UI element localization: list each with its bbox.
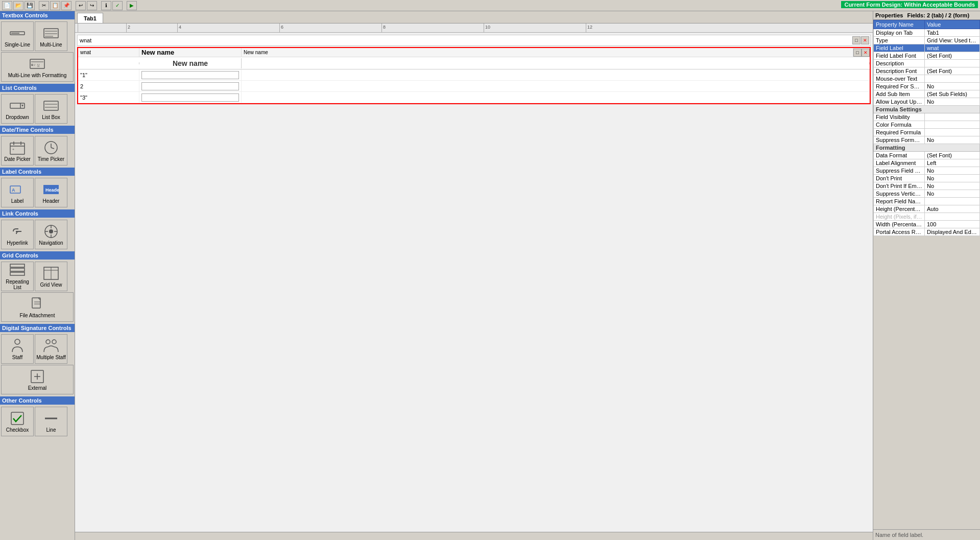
props-value-1[interactable]: Grid View: Used to e... bbox=[925, 37, 980, 44]
props-value-11[interactable] bbox=[925, 113, 980, 121]
props-row-10[interactable]: Formula Settings bbox=[874, 106, 980, 113]
props-value-24[interactable] bbox=[925, 213, 980, 221]
toolbar-check-btn[interactable]: ✓ bbox=[112, 1, 123, 10]
props-value-2[interactable]: wnat bbox=[925, 44, 980, 52]
control-single-line[interactable]: Single-Line bbox=[1, 21, 34, 51]
props-row-26[interactable]: Portal Access RightsDisplayed And Editab… bbox=[874, 228, 980, 236]
props-value-16[interactable]: (Set Font) bbox=[925, 152, 980, 159]
control-header[interactable]: Header Header bbox=[35, 178, 67, 207]
props-value-20[interactable]: No bbox=[925, 182, 980, 190]
control-grid-view[interactable]: Grid View bbox=[35, 262, 67, 291]
toolbar-open-btn[interactable]: 📂 bbox=[13, 1, 23, 10]
toolbar-run-btn[interactable]: ▶ bbox=[127, 1, 137, 10]
props-row-19[interactable]: Don't PrintNo bbox=[874, 175, 980, 182]
control-repeating-list[interactable]: Repeating List bbox=[1, 262, 34, 291]
props-value-7[interactable]: No bbox=[925, 83, 980, 90]
props-value-9[interactable]: No bbox=[925, 98, 980, 106]
props-value-12[interactable] bbox=[925, 121, 980, 129]
bottom-scrollbar[interactable] bbox=[75, 532, 873, 540]
control-multi-line-format[interactable]: B I U Multi-Line with Formatting bbox=[1, 52, 74, 82]
props-row-7[interactable]: Required For SaveNo bbox=[874, 83, 980, 90]
props-value-5[interactable]: (Set Font) bbox=[925, 67, 980, 75]
props-row-18[interactable]: Suppress Field LabelNo bbox=[874, 167, 980, 175]
control-list-box[interactable]: List Box bbox=[35, 94, 67, 124]
props-row-17[interactable]: Label AlignmentLeft bbox=[874, 159, 980, 167]
toolbar-redo-btn[interactable]: ↪ bbox=[87, 1, 97, 10]
props-row-8[interactable]: Add Sub Item(Set Sub Fields) bbox=[874, 90, 980, 98]
props-row-12[interactable]: Color Formula bbox=[874, 121, 980, 129]
toolbar-info-btn[interactable]: ℹ bbox=[101, 1, 111, 10]
props-row-23[interactable]: Height (Percentage)Auto bbox=[874, 205, 980, 213]
control-multi-line[interactable]: Multi-Line bbox=[35, 21, 67, 51]
grid-row-0-input[interactable] bbox=[141, 71, 239, 79]
form-outer-maximize-btn[interactable]: □ bbox=[852, 36, 861, 44]
control-staff[interactable]: Staff bbox=[1, 334, 34, 364]
tab-tab1[interactable]: Tab1 bbox=[77, 13, 103, 23]
props-row-21[interactable]: Suppress Vertical Spac...No bbox=[874, 190, 980, 198]
toolbar-copy-btn[interactable]: 📋 bbox=[50, 1, 60, 10]
props-row-1[interactable]: TypeGrid View: Used to e... bbox=[874, 37, 980, 44]
props-row-6[interactable]: Mouse-over Text bbox=[874, 75, 980, 83]
control-label[interactable]: A Label bbox=[1, 178, 34, 207]
props-value-26[interactable]: Displayed And Editable bbox=[925, 228, 980, 236]
props-row-22[interactable]: Report Field Name bbox=[874, 198, 980, 205]
props-value-13[interactable] bbox=[925, 129, 980, 136]
toolbar-cut-btn[interactable]: ✂ bbox=[39, 1, 49, 10]
grid-row-2-input[interactable] bbox=[141, 93, 239, 102]
control-time-picker[interactable]: Time Picker bbox=[35, 136, 67, 166]
control-hyperlink[interactable]: Hyperlink bbox=[1, 220, 34, 249]
grid-row-1-input[interactable] bbox=[141, 82, 239, 90]
props-value-17[interactable]: Left bbox=[925, 159, 980, 167]
grid-row-0-label: "1" bbox=[78, 69, 139, 80]
toolbar-new-btn[interactable]: 📄 bbox=[2, 1, 12, 10]
control-file-attachment[interactable]: File Attachment bbox=[1, 292, 74, 322]
props-value-14[interactable]: No bbox=[925, 136, 980, 144]
props-row-24[interactable]: Height (Pixels, if Manual) bbox=[874, 213, 980, 221]
props-row-0[interactable]: Display on TabTab1 bbox=[874, 29, 980, 37]
props-value-3[interactable]: (Set Font) bbox=[925, 52, 980, 60]
props-row-11[interactable]: Field Visibility bbox=[874, 113, 980, 121]
props-value-18[interactable]: No bbox=[925, 167, 980, 175]
props-row-5[interactable]: Description Font(Set Font) bbox=[874, 67, 980, 75]
props-value-4[interactable] bbox=[925, 60, 980, 67]
props-row-16[interactable]: Data Format(Set Font) bbox=[874, 152, 980, 159]
control-checkbox[interactable]: Checkbox bbox=[1, 407, 34, 436]
props-row-25[interactable]: Width (Percentage)100 bbox=[874, 221, 980, 228]
props-value-21[interactable]: No bbox=[925, 190, 980, 198]
props-value-6[interactable] bbox=[925, 75, 980, 83]
toolbar-paste-btn[interactable]: 📌 bbox=[61, 1, 71, 10]
props-value-23[interactable]: Auto bbox=[925, 205, 980, 213]
props-row-4[interactable]: Description bbox=[874, 60, 980, 67]
digsig-controls-grid: Staff Multiple Staff bbox=[0, 333, 75, 395]
props-row-2[interactable]: Field Labelwnat bbox=[874, 44, 980, 52]
control-external[interactable]: External bbox=[1, 365, 74, 394]
toolbar-save-btn[interactable]: 💾 bbox=[25, 1, 35, 10]
header-ctrl-label: Header bbox=[43, 198, 60, 204]
props-row-15[interactable]: Formatting bbox=[874, 144, 980, 152]
props-value-8[interactable]: (Set Sub Fields) bbox=[925, 90, 980, 98]
control-date-picker[interactable]: + Date Picker bbox=[1, 136, 34, 166]
props-row-20[interactable]: Don't Print If EmptyNo bbox=[874, 182, 980, 190]
control-navigation[interactable]: Navigation bbox=[35, 220, 67, 249]
props-name-17: Label Alignment bbox=[874, 159, 925, 167]
props-value-22[interactable] bbox=[925, 198, 980, 205]
control-line[interactable]: Line bbox=[35, 407, 67, 436]
props-name-18: Suppress Field Label bbox=[874, 167, 925, 175]
props-value-19[interactable]: No bbox=[925, 175, 980, 182]
toolbar-undo-btn[interactable]: ↩ bbox=[76, 1, 86, 10]
props-row-9[interactable]: Allow Layout UpdateNo bbox=[874, 98, 980, 106]
grid-title-maximize-btn[interactable]: □ bbox=[853, 49, 862, 57]
multiple-staff-icon bbox=[43, 338, 59, 354]
props-value-25[interactable]: 100 bbox=[925, 221, 980, 228]
form-outer-close-btn[interactable]: ✕ bbox=[861, 36, 869, 44]
grid-title-close-btn[interactable]: ✕ bbox=[862, 49, 870, 57]
control-multiple-staff[interactable]: Multiple Staff bbox=[35, 334, 67, 364]
props-row-3[interactable]: Field Label Font(Set Font) bbox=[874, 52, 980, 60]
props-value-0[interactable]: Tab1 bbox=[925, 29, 980, 37]
props-name-11: Field Visibility bbox=[874, 113, 925, 121]
props-row-14[interactable]: Suppress Formula Exec...No bbox=[874, 136, 980, 144]
svg-point-45 bbox=[15, 339, 20, 344]
props-row-13[interactable]: Required Formula bbox=[874, 129, 980, 136]
control-dropdown[interactable]: Dropdown bbox=[1, 94, 34, 124]
grid-container: wnat New name New name □ ✕ New name "1" bbox=[77, 47, 871, 104]
